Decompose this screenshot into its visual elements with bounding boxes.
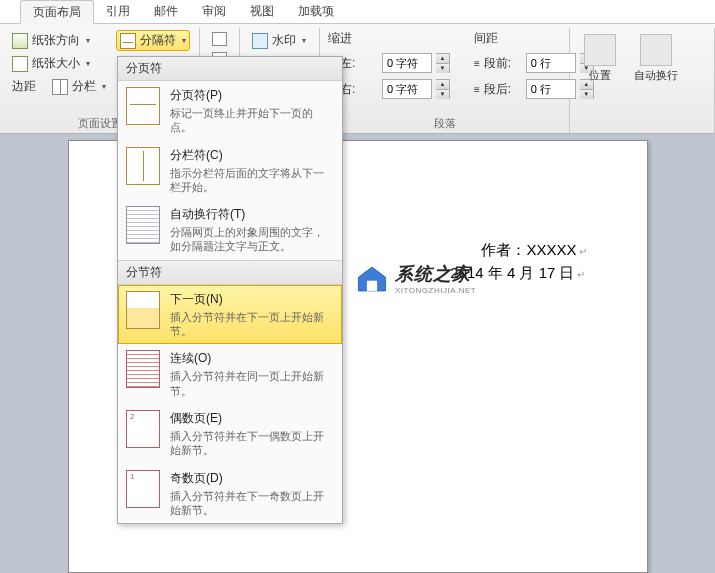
author-prefix: 作者： xyxy=(481,241,526,258)
menu-item-title: 连续(O) xyxy=(170,350,334,367)
menu-item-desc: 插入分节符并在下一偶数页上开始新节。 xyxy=(170,429,334,458)
breaks-label: 分隔符 xyxy=(140,32,176,49)
indent-right-spinner[interactable]: ▲▼ xyxy=(436,79,450,99)
page-break-icon xyxy=(126,87,160,125)
position-icon xyxy=(584,34,616,66)
wrap-text-icon xyxy=(640,34,672,66)
menu-item-title: 奇数页(D) xyxy=(170,470,334,487)
line-numbers-icon xyxy=(212,32,227,46)
menu-item-next-page[interactable]: 下一页(N) 插入分节符并在下一页上开始新节。 xyxy=(118,285,342,345)
tab-view[interactable]: 视图 xyxy=(238,0,286,23)
wrap-label: 自动换行 xyxy=(634,68,678,83)
margins-button[interactable]: 边距 xyxy=(8,76,40,97)
watermark-cn: 系统之家 xyxy=(395,262,476,286)
ribbon-tabs: 页面布局 引用 邮件 审阅 视图 加载项 xyxy=(0,0,715,24)
indent-left-label: 左: xyxy=(340,55,378,72)
watermark-en: XITONGZHIJIA.NET xyxy=(395,286,476,295)
chevron-down-icon: ▾ xyxy=(86,59,90,68)
ribbon: 纸张方向 ▾ 纸张大小 ▾ 边距 分栏 ▾ xyxy=(0,24,715,134)
menu-item-desc: 插入分节符并在同一页上开始新节。 xyxy=(170,369,334,398)
menu-item-title: 自动换行符(T) xyxy=(170,206,334,223)
site-watermark: 系统之家 XITONGZHIJIA.NET xyxy=(355,262,476,295)
menu-item-odd-page[interactable]: 奇数页(D) 插入分节符并在下一奇数页上开始新节。 xyxy=(118,464,342,524)
breaks-dropdown: 分页符 分页符(P) 标记一页终止并开始下一页的点。 分栏符(C) 指示分栏符后… xyxy=(117,56,343,524)
odd-page-icon xyxy=(126,470,160,508)
menu-item-title: 偶数页(E) xyxy=(170,410,334,427)
house-logo-icon xyxy=(355,265,389,293)
document-area: 作者：XXXXX↵ 2014 年 4 月 17 日↵ xyxy=(0,134,715,573)
spacing-after-icon: ≡ xyxy=(474,84,480,95)
orientation-label: 纸张方向 xyxy=(32,32,80,49)
menu-item-column-break[interactable]: 分栏符(C) 指示分栏符后面的文字将从下一栏开始。 xyxy=(118,141,342,201)
orientation-icon xyxy=(12,33,28,49)
spacing-after-label: 段后: xyxy=(484,81,522,98)
breaks-button[interactable]: 分隔符 ▾ xyxy=(116,30,190,51)
paragraph-mark-icon: ↵ xyxy=(577,269,585,280)
watermark-button[interactable]: 水印 ▾ xyxy=(248,30,311,51)
position-label: 位置 xyxy=(589,68,611,83)
chevron-down-icon: ▾ xyxy=(86,36,90,45)
columns-icon xyxy=(52,79,68,95)
indent-right-label: 右: xyxy=(340,81,378,98)
text-wrap-icon xyxy=(126,206,160,244)
chevron-down-icon: ▾ xyxy=(182,36,186,45)
indent-header: 缩进 xyxy=(328,30,450,47)
menu-item-desc: 分隔网页上的对象周围的文字，如分隔题注文字与正文。 xyxy=(170,225,334,254)
svg-rect-0 xyxy=(367,280,377,290)
author-name: XXXXX xyxy=(526,241,576,258)
menu-item-desc: 插入分节符并在下一奇数页上开始新节。 xyxy=(170,489,334,518)
tab-addins[interactable]: 加载项 xyxy=(286,0,346,23)
menu-item-desc: 指示分栏符后面的文字将从下一栏开始。 xyxy=(170,166,334,195)
size-label: 纸张大小 xyxy=(32,55,80,72)
spacing-before-input[interactable] xyxy=(526,53,576,73)
indent-left-input[interactable] xyxy=(382,53,432,73)
menu-item-continuous[interactable]: 连续(O) 插入分节符并在同一页上开始新节。 xyxy=(118,344,342,404)
menu-item-desc: 插入分节符并在下一页上开始新节。 xyxy=(170,310,334,339)
menu-item-page-break[interactable]: 分页符(P) 标记一页终止并开始下一页的点。 xyxy=(118,81,342,141)
orientation-button[interactable]: 纸张方向 ▾ xyxy=(8,30,110,51)
dropdown-section-section-breaks: 分节符 xyxy=(118,260,342,285)
margins-label: 边距 xyxy=(12,78,36,95)
menu-item-desc: 标记一页终止并开始下一页的点。 xyxy=(170,106,334,135)
even-page-icon xyxy=(126,410,160,448)
dropdown-section-page-breaks: 分页符 xyxy=(118,57,342,81)
chevron-down-icon: ▾ xyxy=(302,36,306,45)
spacing-before-icon: ≡ xyxy=(474,58,480,69)
group-label-paragraph: 段落 xyxy=(320,116,569,131)
indent-right-input[interactable] xyxy=(382,79,432,99)
paragraph-mark-icon: ↵ xyxy=(579,246,587,257)
column-break-icon xyxy=(126,147,160,185)
watermark-label: 水印 xyxy=(272,32,296,49)
menu-item-title: 分栏符(C) xyxy=(170,147,334,164)
columns-button[interactable]: 分栏 ▾ xyxy=(48,76,110,97)
next-page-icon xyxy=(126,291,160,329)
wrap-text-button[interactable]: 自动换行 xyxy=(628,30,684,133)
menu-item-title: 分页符(P) xyxy=(170,87,334,104)
position-button[interactable]: 位置 xyxy=(578,30,622,133)
group-paragraph: 缩进 ➡ 左: ▲▼ ⬅ 右: ▲▼ 间距 ≡ 段前: xyxy=(320,28,570,133)
continuous-icon xyxy=(126,350,160,388)
spacing-after-input[interactable] xyxy=(526,79,576,99)
menu-item-title: 下一页(N) xyxy=(170,291,334,308)
indent-left-spinner[interactable]: ▲▼ xyxy=(436,53,450,73)
breaks-icon xyxy=(120,33,136,49)
tab-mailings[interactable]: 邮件 xyxy=(142,0,190,23)
line-numbers-button[interactable] xyxy=(208,30,231,48)
size-button[interactable]: 纸张大小 ▾ xyxy=(8,53,110,74)
tab-references[interactable]: 引用 xyxy=(94,0,142,23)
page-size-icon xyxy=(12,56,28,72)
chevron-down-icon: ▾ xyxy=(102,82,106,91)
group-arrange: 位置 自动换行 xyxy=(570,28,715,133)
watermark-icon xyxy=(252,33,268,49)
tab-page-layout[interactable]: 页面布局 xyxy=(20,0,94,24)
menu-item-even-page[interactable]: 偶数页(E) 插入分节符并在下一偶数页上开始新节。 xyxy=(118,404,342,464)
tab-review[interactable]: 审阅 xyxy=(190,0,238,23)
spacing-before-label: 段前: xyxy=(484,55,522,72)
menu-item-text-wrapping[interactable]: 自动换行符(T) 分隔网页上的对象周围的文字，如分隔题注文字与正文。 xyxy=(118,200,342,260)
columns-label: 分栏 xyxy=(72,78,96,95)
